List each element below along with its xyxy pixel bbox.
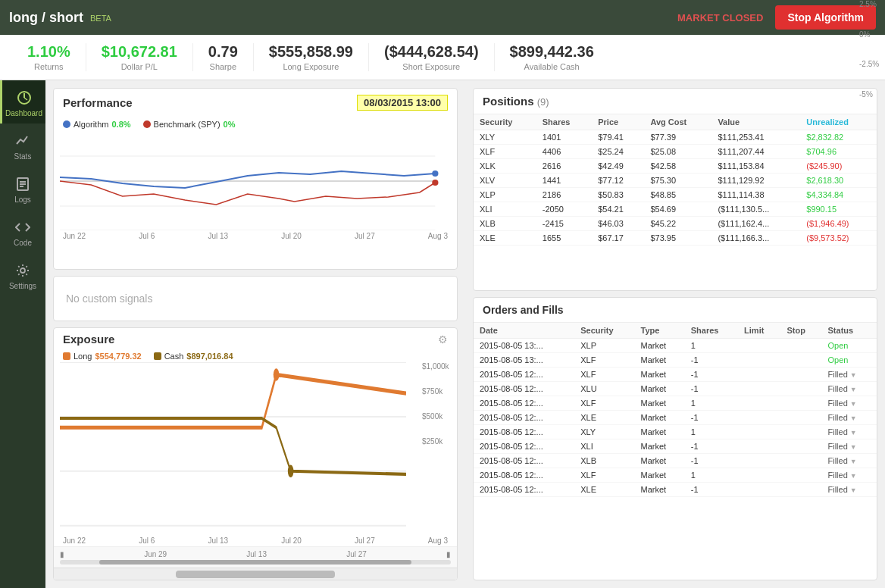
horizontal-scrollbar[interactable] (54, 568, 457, 580)
positions-count: (9) (537, 96, 549, 108)
svg-point-5 (20, 268, 25, 273)
sidebar-item-code[interactable]: Code (0, 210, 45, 253)
cell-status: Open (822, 353, 877, 368)
cell-security: XLP (474, 188, 536, 202)
cell-shares: 1 (685, 396, 738, 411)
cell-stop (781, 411, 822, 425)
sidebar: Dashboard Stats Logs (0, 80, 45, 588)
range-label-3: Jul 27 (346, 550, 367, 558)
performance-card: Performance 08/03/2015 13:00 Algorithm 0… (53, 88, 458, 270)
cell-stop (781, 368, 822, 382)
sharpe-label: Sharpe (210, 62, 236, 71)
sidebar-item-settings[interactable]: Settings (0, 253, 45, 296)
table-row: 2015-08-05 12:... XLY Market 1 Filled ▼ (474, 425, 877, 439)
cell-security: XLF (474, 145, 536, 159)
range-handle-right[interactable]: ▮ (446, 550, 451, 558)
table-row: XLK 2616 $42.49 $42.58 $111,153.84 ($245… (474, 159, 877, 174)
positions-header-row: Security Shares Price Avg Cost Value Unr… (474, 114, 877, 130)
positions-header: Positions (9) (474, 89, 877, 114)
long-value: $554,779.32 (95, 352, 141, 361)
table-row: XLP 2186 $50.83 $48.85 $111,114.38 $4,33… (474, 188, 877, 202)
cell-date: 2015-08-05 12:... (474, 425, 574, 439)
cell-stop (781, 454, 822, 468)
table-row: 2015-08-05 12:... XLF Market 1 Filled ▼ (474, 468, 877, 483)
orders-col-limit: Limit (738, 323, 780, 339)
cell-avgcost: $75.30 (644, 174, 711, 188)
cell-status: Filled ▼ (822, 382, 877, 396)
cell-unrealized: ($1,946.49) (800, 217, 877, 231)
scroll-thumb (176, 571, 335, 578)
sidebar-stats-label: Stats (14, 152, 32, 161)
col-unrealized: Unrealized (800, 114, 877, 130)
exp-y-4: $250k (422, 437, 449, 446)
cell-unrealized: $2,832.82 (800, 130, 877, 145)
logs-icon (14, 176, 31, 192)
cell-status: Filled ▼ (822, 483, 877, 497)
cell-avgcost: $77.39 (644, 130, 711, 145)
exp-x-1: Jul 6 (139, 536, 155, 545)
orders-col-security: Security (574, 323, 634, 339)
signals-message: No custom signals (66, 292, 152, 305)
range-handle-left[interactable]: ▮ (60, 550, 64, 558)
cell-security: XLI (474, 202, 536, 217)
sidebar-item-stats[interactable]: Stats (0, 124, 45, 167)
table-row: XLE 1655 $67.17 $73.95 ($111,166.3... ($… (474, 231, 877, 246)
cell-date: 2015-08-05 13:... (474, 353, 574, 368)
cell-type: Market (635, 454, 685, 468)
col-value: Value (711, 114, 800, 130)
columns: Performance 08/03/2015 13:00 Algorithm 0… (45, 80, 885, 588)
benchmark-dot (143, 120, 151, 128)
sidebar-item-logs[interactable]: Logs (0, 167, 45, 210)
sidebar-code-label: Code (14, 239, 32, 247)
cell-shares: -1 (685, 382, 738, 396)
cell-value: ($111,162.4... (711, 217, 800, 231)
positions-title: Positions (483, 95, 534, 108)
table-row: XLF 4406 $25.24 $25.08 $111,207.44 $704.… (474, 145, 877, 159)
benchmark-pct: 0% (224, 120, 236, 129)
cell-shares: -1 (685, 368, 738, 382)
algorithm-dot (63, 120, 70, 128)
x-label-2: Jul 13 (208, 232, 228, 240)
gear-icon[interactable]: ⚙ (438, 333, 448, 346)
cell-security: XLF (574, 368, 634, 382)
cell-type: Market (635, 439, 685, 454)
range-track[interactable] (60, 560, 451, 565)
orders-table: Date Security Type Shares Limit Stop Sta… (474, 323, 877, 497)
cell-status: Filled ▼ (822, 468, 877, 483)
cell-security: XLE (474, 231, 536, 246)
orders-table-wrap[interactable]: Date Security Type Shares Limit Stop Sta… (474, 323, 877, 580)
performance-legend: Algorithm 0.8% Benchmark (SPY) 0% (54, 117, 457, 132)
range-label-2: Jul 13 (246, 550, 267, 558)
settings-icon (14, 262, 31, 279)
cell-limit (738, 454, 780, 468)
sidebar-item-dashboard[interactable]: Dashboard (0, 80, 45, 124)
long-legend: Long $554,779.32 (63, 352, 142, 361)
x-label-1: Jul 6 (139, 232, 155, 240)
signals-card: No custom signals (53, 276, 458, 321)
cell-status: Filled ▼ (822, 439, 877, 454)
exposure-header: Exposure ⚙ (54, 328, 457, 350)
sidebar-logs-label: Logs (14, 195, 31, 204)
cell-price: $79.41 (592, 130, 644, 145)
cell-shares: -1 (685, 454, 738, 468)
cell-type: Market (635, 368, 685, 382)
positions-table-wrap[interactable]: Security Shares Price Avg Cost Value Unr… (474, 114, 877, 266)
table-row: 2015-08-05 12:... XLE Market -1 Filled ▼ (474, 483, 877, 497)
cell-type: Market (635, 353, 685, 368)
orders-header-row: Date Security Type Shares Limit Stop Sta… (474, 323, 877, 339)
cell-status: Filled ▼ (822, 454, 877, 468)
cell-shares: -1 (685, 411, 738, 425)
cell-date: 2015-08-05 12:... (474, 439, 574, 454)
table-row: 2015-08-05 12:... XLU Market -1 Filled ▼ (474, 382, 877, 396)
cell-limit (738, 368, 780, 382)
cell-security: XLE (574, 483, 634, 497)
cell-date: 2015-08-05 13:... (474, 339, 574, 353)
cell-shares: 1655 (536, 231, 592, 246)
orders-col-status: Status (822, 323, 877, 339)
cash-value: $897,016.84 (186, 352, 233, 361)
cell-value: $111,129.92 (711, 174, 800, 188)
cell-date: 2015-08-05 12:... (474, 396, 574, 411)
stat-short-exposure: ($444,628.54) Short Exposure (369, 43, 495, 71)
long-exposure-value: $555,858.99 (269, 43, 353, 61)
returns-value: 1.10% (27, 43, 70, 61)
